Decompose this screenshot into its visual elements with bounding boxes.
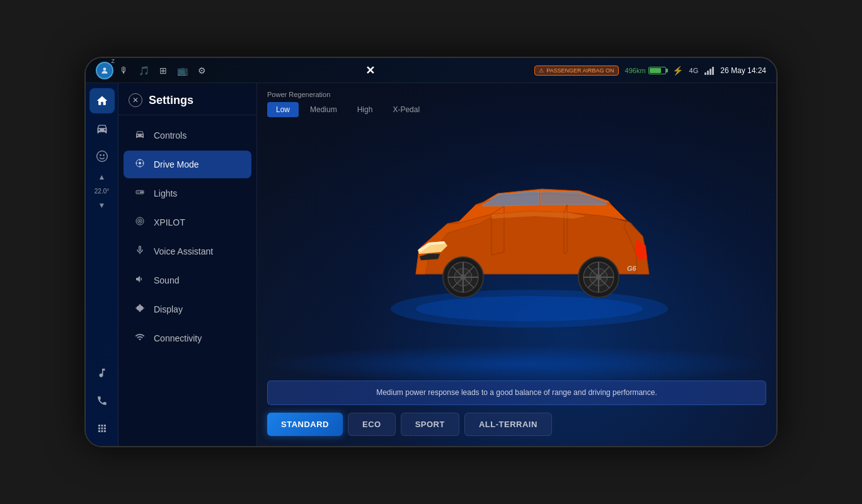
mode-btn-sport[interactable]: SPORT [401, 413, 459, 436]
sidebar-chevron-up[interactable]: ▲ [97, 171, 107, 183]
airbag-badge: ⚠ PASSENGER AIRBAG ON [534, 66, 618, 76]
battery-fill [650, 68, 661, 73]
settings-item-voice[interactable]: Voice Assistant [124, 238, 251, 265]
close-button[interactable]: ✕ [365, 64, 375, 77]
battery-indicator: 496km [625, 67, 666, 74]
signal-bar-3 [710, 69, 711, 75]
grid-icon[interactable]: ⊞ [159, 66, 167, 76]
lights-icon [134, 187, 146, 200]
mic-icon[interactable]: 🎙 [120, 66, 129, 76]
sidebar-apps[interactable] [89, 416, 115, 441]
sidebar: ▲ 22.0° ▼ [86, 83, 118, 446]
status-bar: 🎙 🎵 ⊞ 📺 ⚙ ✕ ⚠ PASSENGER AIRBAG ON 496km [86, 58, 776, 83]
drive-mode-section: Medium power response leads to a good ba… [267, 381, 766, 436]
mode-btn-allterrain[interactable]: ALL-TERRAIN [464, 413, 552, 436]
airbag-text: PASSENGER AIRBAG ON [546, 67, 614, 74]
svg-rect-7 [137, 192, 139, 193]
connectivity-icon [134, 332, 146, 345]
sidebar-face[interactable] [89, 144, 115, 169]
mode-description: Medium power response leads to a good ba… [267, 381, 766, 405]
connectivity-label: Connectivity [154, 333, 202, 343]
settings-menu: Controls Drive Mode Lights [118, 115, 256, 446]
status-center: ✕ [214, 64, 527, 77]
display-label: Display [154, 304, 183, 314]
screen-icon[interactable]: 📺 [177, 66, 188, 76]
sidebar-music[interactable] [89, 360, 115, 386]
drivemode-label: Drive Mode [154, 159, 199, 169]
avatar [96, 62, 113, 79]
status-left: 🎙 🎵 ⊞ 📺 ⚙ [96, 62, 206, 79]
sidebar-chevron-down[interactable]: ▼ [97, 200, 107, 211]
controls-icon [134, 129, 146, 142]
bluetooth-icon: ⚡ [672, 66, 683, 76]
sidebar-home[interactable] [89, 88, 115, 113]
settings-title: Settings [149, 94, 193, 107]
signal-bar-4 [712, 67, 714, 75]
mode-btn-standard[interactable]: STANDARD [267, 413, 343, 436]
svg-rect-8 [140, 192, 143, 193]
sound-icon [134, 274, 146, 287]
voice-label: Voice Assistant [154, 246, 213, 256]
mode-btn-eco[interactable]: ECO [348, 413, 396, 436]
svg-point-2 [100, 154, 101, 156]
car-svg: G6 [365, 148, 693, 331]
settings-panel: ✕ Settings Controls Drive Mode [118, 83, 257, 446]
sidebar-car[interactable] [89, 116, 115, 141]
regen-btn-low[interactable]: Low [267, 102, 299, 117]
settings-header: ✕ Settings [118, 83, 256, 115]
sidebar-phone[interactable] [89, 388, 115, 413]
lights-label: Lights [154, 188, 177, 198]
content-area: Power Regeneration Low Medium High X-Ped… [257, 83, 776, 446]
datetime: 26 May 14:24 [720, 66, 766, 75]
settings-icon[interactable]: ⚙ [198, 66, 206, 76]
voice-icon [134, 245, 146, 258]
mode-buttons: STANDARD ECO SPORT ALL-TERRAIN [267, 413, 766, 436]
settings-item-xpilot[interactable]: XPILOT [124, 209, 251, 236]
sound-label: Sound [154, 275, 179, 285]
settings-close-button[interactable]: ✕ [129, 93, 142, 107]
svg-point-13 [416, 296, 643, 321]
signal-bar-2 [707, 71, 709, 75]
drivemode-icon [134, 158, 146, 171]
battery-bar [648, 67, 666, 74]
svg-point-5 [139, 162, 141, 164]
signal-bars [704, 66, 714, 75]
network-type: 4G [689, 67, 699, 74]
glow-floor [257, 345, 776, 383]
signal-bar-1 [704, 72, 706, 75]
music-icon[interactable]: 🎵 [139, 66, 149, 76]
top-icons: 🎙 🎵 ⊞ 📺 ⚙ [120, 66, 206, 76]
svg-point-1 [96, 151, 107, 162]
svg-point-0 [103, 67, 106, 71]
range-text: 496km [625, 67, 646, 74]
svg-text:G6: G6 [627, 265, 637, 272]
sidebar-temperature: 22.0° [95, 188, 109, 195]
main-content: ▲ 22.0° ▼ ✕ Settings [86, 83, 776, 446]
settings-item-controls[interactable]: Controls [124, 122, 251, 149]
settings-item-display[interactable]: Display [124, 295, 251, 323]
svg-point-3 [103, 154, 105, 156]
xpilot-label: XPILOT [154, 217, 185, 227]
settings-item-sound[interactable]: Sound [124, 266, 251, 294]
car-image-display: G6 [295, 96, 764, 383]
status-right: ⚠ PASSENGER AIRBAG ON 496km ⚡ 4G [534, 66, 766, 76]
car-infotainment-screen: 🎙 🎵 ⊞ 📺 ⚙ ✕ ⚠ PASSENGER AIRBAG ON 496km [84, 57, 778, 447]
settings-item-lights[interactable]: Lights [124, 180, 251, 207]
display-icon [134, 303, 146, 316]
settings-item-drivemode[interactable]: Drive Mode [124, 151, 251, 178]
xpilot-icon [134, 216, 146, 229]
svg-point-11 [139, 220, 141, 222]
controls-label: Controls [154, 130, 187, 140]
settings-item-connectivity[interactable]: Connectivity [124, 324, 251, 352]
